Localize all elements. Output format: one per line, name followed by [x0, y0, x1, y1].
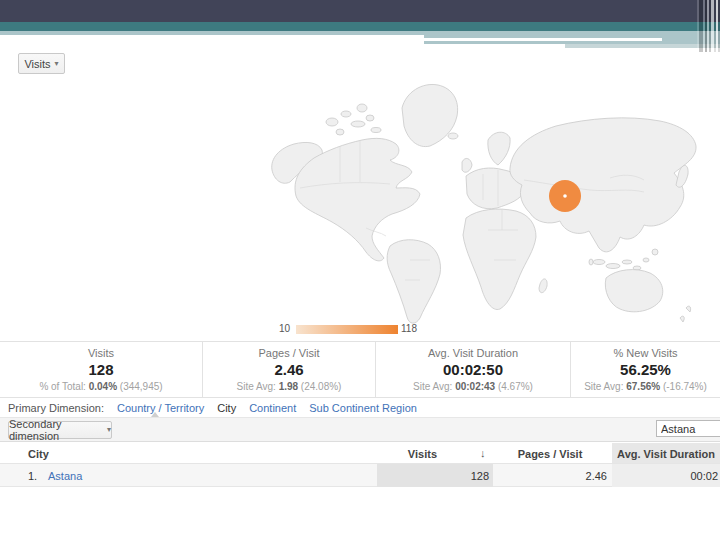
landmass-new-zealand [686, 306, 691, 312]
cell-pages-per-visit: 2.46 [507, 470, 607, 482]
city-link-astana[interactable]: Astana [48, 470, 82, 482]
dimension-tab-city-selected[interactable]: City [217, 402, 236, 414]
legend-min-label: 10 [268, 323, 290, 334]
scorecard-subtext: Site Avg: 67.56% (-16.74%) [571, 381, 720, 392]
primary-dimension-label: Primary Dimension: [8, 402, 104, 414]
slide-white-line [424, 38, 662, 41]
dimension-link-country-territory[interactable]: Country / Territory [117, 402, 204, 414]
slide-top-bar [0, 0, 720, 22]
scorecard-avg-visit-duration: Avg. Visit Duration 00:02:50 Site Avg: 0… [376, 341, 570, 397]
dimension-link-continent[interactable]: Continent [249, 402, 296, 414]
landmass-iceland [448, 133, 458, 139]
legend-max-label: 118 [401, 323, 417, 334]
landmass-madagascar [539, 279, 547, 293]
slide-teal-bar [0, 22, 720, 31]
row-index: 1. [28, 470, 37, 482]
chevron-down-icon: ▾ [55, 60, 59, 68]
legend-gradient-bar [296, 325, 398, 334]
metric-selector-label: Visits [24, 58, 50, 70]
secondary-dimension-button[interactable]: Secondary dimension ▾ [8, 421, 112, 439]
scorecards-bottom-border [0, 397, 720, 398]
metric-selector-button[interactable]: Visits ▾ [18, 53, 65, 74]
scorecard-subtext: Site Avg: 1.98 (24.08%) [203, 381, 375, 392]
landmass-asia [510, 118, 696, 252]
col-header-city[interactable]: City [28, 448, 49, 460]
landmass-australia [605, 270, 662, 312]
scorecard-pages-per-visit: Pages / Visit 2.46 Site Avg: 1.98 (24.08… [203, 341, 375, 397]
sort-descending-icon[interactable]: ↓ [480, 447, 486, 459]
col-header-pages-per-visit[interactable]: Pages / Visit [493, 448, 607, 460]
landmass-uk [462, 158, 472, 172]
table-search-input[interactable] [656, 420, 720, 437]
world-map[interactable] [266, 78, 718, 330]
chevron-down-icon: ▾ [107, 426, 111, 434]
cell-visits: 128 [389, 470, 489, 482]
cell-avg-visit-duration: 00:02 [618, 470, 718, 482]
col-header-visits[interactable]: Visits [375, 448, 437, 460]
scorecard-visits: Visits 128 % of Total: 0.04% (344,945) [0, 341, 202, 397]
secondary-dimension-label: Secondary dimension [9, 418, 103, 442]
landmass-africa [463, 209, 536, 309]
primary-dimension-row: Primary Dimension: Country / Territory C… [0, 399, 720, 417]
scorecard-label: % New Visits [571, 347, 720, 359]
continents [272, 84, 696, 323]
scorecard-value: 128 [0, 361, 202, 378]
scorecard-label: Avg. Visit Duration [376, 347, 570, 359]
scorecard-value: 2.46 [203, 361, 375, 378]
scorecard-subtext: % of Total: 0.04% (344,945) [0, 381, 202, 392]
scorecard-value: 56.25% [571, 361, 720, 378]
scorecard-percent-new-visits: % New Visits 56.25% Site Avg: 67.56% (-1… [571, 341, 720, 397]
scorecard-subtext: Site Avg: 00:02:43 (4.67%) [376, 381, 570, 392]
col-header-avg-visit-duration[interactable]: Avg. Visit Duration [612, 448, 720, 460]
astana-bubble[interactable] [549, 180, 581, 212]
dimension-link-sub-continent-region[interactable]: Sub Continent Region [309, 402, 417, 414]
landmass-scandinavia [488, 132, 510, 165]
scorecard-label: Visits [0, 347, 202, 359]
scorecard-label: Pages / Visit [203, 347, 375, 359]
landmass-south-america [387, 240, 440, 323]
scorecard-value: 00:02:50 [376, 361, 570, 378]
